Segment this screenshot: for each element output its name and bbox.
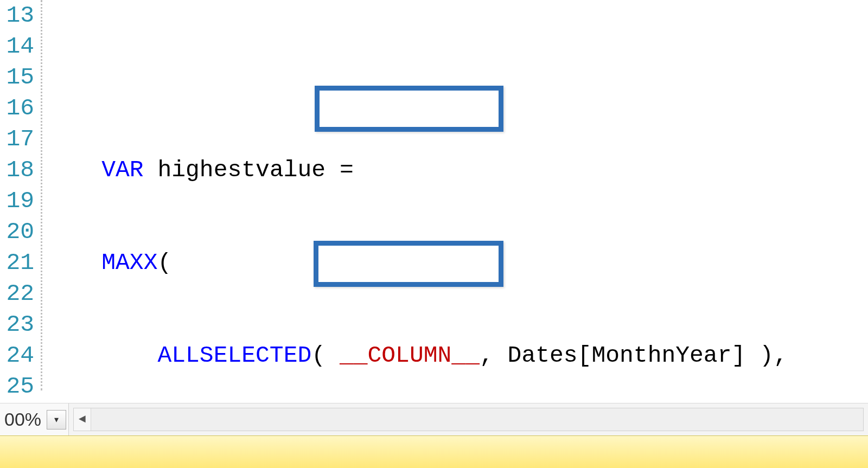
line-number: 13 (0, 0, 34, 31)
line-number: 18 (0, 155, 34, 185)
horizontal-scrollbar[interactable]: ◄ (73, 408, 864, 431)
code-editor[interactable]: 13 14 15 16 17 18 19 20 21 22 23 24 25 V… (0, 0, 868, 390)
chevron-down-icon: ▾ (54, 414, 59, 425)
scroll-left-button[interactable]: ◄ (74, 408, 91, 431)
column-placeholder: __COLUMN__ (340, 342, 480, 369)
line-number-gutter: 13 14 15 16 17 18 19 20 21 22 23 24 25 (0, 0, 42, 390)
line-number: 16 (0, 93, 34, 124)
code-area[interactable]: VAR highestvalue = MAXX( ALLSELECTED( __… (42, 0, 868, 390)
status-bar (0, 435, 868, 468)
line-number: 17 (0, 124, 34, 155)
scrollbar-track[interactable] (91, 408, 863, 431)
line-number: 24 (0, 340, 34, 371)
code-line: ALLSELECTED( __COLUMN__, Dates[MonthnYea… (46, 340, 868, 371)
triangle-left-icon: ◄ (79, 413, 86, 426)
editor-footer: 00% ▾ ◄ (0, 403, 868, 435)
line-number: 20 (0, 216, 34, 247)
code-line: VAR highestvalue = (46, 155, 868, 185)
line-number: 21 (0, 247, 34, 278)
zoom-label: 00% (4, 409, 41, 430)
line-number: 15 (0, 62, 34, 93)
line-number: 23 (0, 309, 34, 340)
line-number: 22 (0, 278, 34, 309)
line-number: 25 (0, 371, 34, 402)
zoom-control[interactable]: 00% ▾ (0, 403, 69, 435)
code-line: MAXX( (46, 247, 868, 278)
line-number: 14 (0, 31, 34, 62)
code-line (46, 62, 868, 93)
zoom-dropdown-button[interactable]: ▾ (47, 410, 66, 429)
line-number: 19 (0, 185, 34, 216)
